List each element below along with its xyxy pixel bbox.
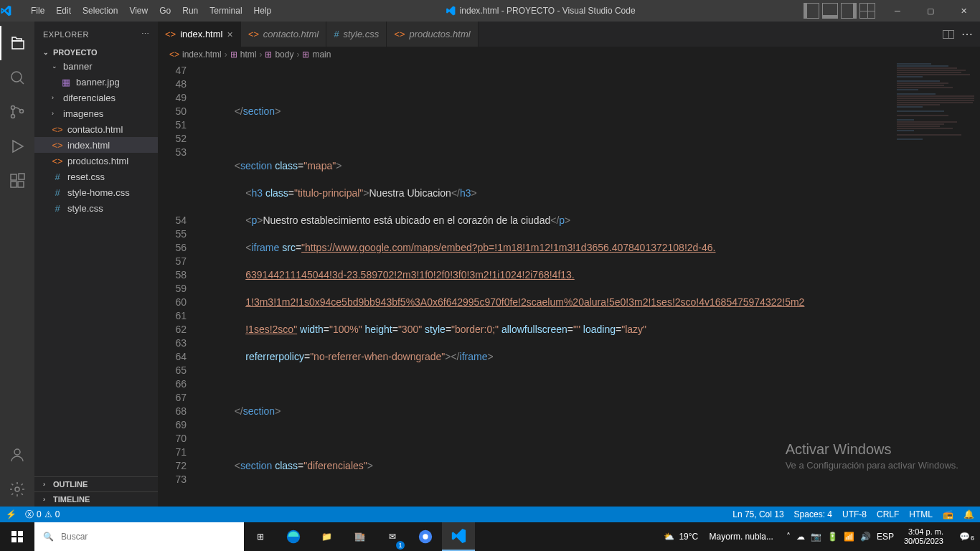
menu-view[interactable]: View	[123, 6, 154, 16]
editor-more-icon[interactable]: ⋯	[961, 27, 973, 41]
minimap[interactable]	[894, 62, 980, 507]
accounts-icon[interactable]	[0, 438, 34, 472]
language-mode[interactable]: HTML	[909, 509, 933, 519]
tab-index[interactable]: <>index.html×	[158, 22, 241, 47]
tab-style[interactable]: #style.css	[326, 22, 387, 47]
customize-layout-icon[interactable]	[859, 3, 875, 19]
taskbar-edge[interactable]	[277, 522, 310, 551]
window-title: index.html - PROYECTO - Visual Studio Co…	[277, 6, 804, 16]
notifications-icon[interactable]: 🔔	[963, 509, 974, 519]
menu-file[interactable]: File	[25, 6, 50, 16]
outline-section[interactable]: ›OUTLINE	[34, 476, 158, 491]
extensions-icon[interactable]	[0, 164, 34, 198]
file-banner-jpg[interactable]: ▦banner.jpg	[34, 74, 158, 90]
file-contacto[interactable]: <>contacto.html	[34, 121, 158, 137]
tab-productos[interactable]: <>productos.html	[387, 22, 478, 47]
folder-diferenciales[interactable]: ›diferenciales	[34, 90, 158, 105]
tray-wifi-icon[interactable]: 📶	[844, 532, 854, 542]
menu-go[interactable]: Go	[154, 6, 176, 16]
tray-battery-icon[interactable]: 🔋	[827, 532, 838, 542]
taskbar-search[interactable]: 🔍Buscar	[34, 522, 244, 551]
svg-rect-11	[18, 531, 23, 536]
menu-terminal[interactable]: Terminal	[204, 6, 248, 16]
tray-language[interactable]: ESP	[877, 532, 894, 542]
editor-tabs: <>index.html× <>contacto.html #style.css…	[158, 22, 980, 47]
svg-rect-6	[18, 182, 24, 187]
folder-banner[interactable]: ⌄banner	[34, 58, 158, 74]
close-button[interactable]: ✕	[947, 6, 980, 16]
code-area[interactable]: 4748495051525354555657585960616263646566…	[158, 62, 980, 507]
taskbar-chrome[interactable]	[409, 522, 442, 551]
minimize-button[interactable]: ─	[881, 6, 914, 16]
html-file-icon: <>	[52, 156, 63, 166]
folder-root[interactable]: ⌄PROYECTO	[34, 47, 158, 58]
taskbar-weather[interactable]: ⛅ 19°C Mayorm. nubla...	[656, 532, 781, 542]
tray-volume-icon[interactable]: 🔊	[860, 532, 871, 542]
tray-chevron-icon[interactable]: ˄	[786, 532, 791, 542]
svg-point-1	[11, 106, 15, 110]
window-controls: ─ ▢ ✕	[881, 6, 980, 16]
tray-meet-now-icon[interactable]: 📷	[811, 532, 821, 542]
status-bar: ⚡ ⓧ 0 ⚠ 0 Ln 75, Col 13 Spaces: 4 UTF-8 …	[0, 507, 980, 522]
activity-bar	[0, 22, 34, 507]
taskbar-clock[interactable]: 3:04 p. m.30/05/2023	[900, 527, 948, 546]
html-file-icon: <>	[169, 50, 179, 60]
eol[interactable]: CRLF	[877, 509, 899, 519]
tray-onedrive-icon[interactable]: ☁	[796, 532, 805, 542]
svg-rect-4	[11, 174, 17, 180]
feedback-icon[interactable]: 📻	[943, 509, 953, 519]
search-icon: 🔍	[43, 532, 54, 542]
vscode-logo-icon	[0, 5, 25, 17]
remote-indicator[interactable]: ⚡	[6, 509, 17, 519]
task-view-icon[interactable]: ⊞	[244, 522, 277, 551]
toggle-secondary-sidebar-icon[interactable]	[841, 3, 857, 19]
vscode-logo-small-icon	[446, 6, 456, 16]
menu-help[interactable]: Help	[248, 6, 278, 16]
file-style-css[interactable]: #style.css	[34, 200, 158, 216]
windows-taskbar: 🔍Buscar ⊞ 📁 🏬 ✉1 ⛅ 19°C Mayorm. nubla...…	[0, 522, 980, 551]
explorer-actions-icon[interactable]: ⋯	[141, 29, 150, 39]
taskbar-vscode[interactable]	[442, 522, 475, 551]
taskbar-store[interactable]: 🏬	[343, 522, 376, 551]
split-editor-icon[interactable]	[943, 30, 954, 39]
file-reset-css[interactable]: #reset.css	[34, 169, 158, 184]
file-productos[interactable]: <>productos.html	[34, 153, 158, 169]
taskbar-mail[interactable]: ✉1	[376, 522, 409, 551]
svg-point-16	[423, 534, 428, 539]
encoding[interactable]: UTF-8	[842, 509, 867, 519]
svg-point-0	[11, 72, 22, 82]
titlebar: File Edit Selection View Go Run Terminal…	[0, 0, 980, 22]
taskbar-file-explorer[interactable]: 📁	[310, 522, 343, 551]
breadcrumb[interactable]: <>index.html ›⊞html ›⊞body ›⊞main	[158, 47, 980, 62]
html-file-icon: <>	[52, 124, 63, 135]
indentation[interactable]: Spaces: 4	[794, 509, 832, 519]
toggle-primary-sidebar-icon[interactable]	[804, 3, 819, 19]
file-style-home-css[interactable]: #style-home.css	[34, 184, 158, 200]
svg-point-2	[11, 115, 15, 118]
search-icon[interactable]	[0, 60, 34, 95]
menu-run[interactable]: Run	[176, 6, 204, 16]
menu-selection[interactable]: Selection	[77, 6, 123, 16]
maximize-button[interactable]: ▢	[914, 6, 947, 16]
system-tray[interactable]: ˄ ☁ 📷 🔋 📶 🔊 ESP	[786, 532, 894, 542]
layout-controls	[804, 3, 875, 19]
start-button[interactable]	[0, 522, 34, 551]
settings-gear-icon[interactable]	[0, 472, 34, 507]
code-content[interactable]: </section> <section class="mapa"> <h3 cl…	[201, 62, 894, 507]
css-file-icon: #	[52, 171, 63, 182]
folder-imagenes[interactable]: ›imagenes	[34, 105, 158, 121]
toggle-panel-icon[interactable]	[822, 3, 838, 19]
cursor-position[interactable]: Ln 75, Col 13	[732, 509, 783, 519]
source-control-icon[interactable]	[0, 95, 34, 129]
tab-contacto[interactable]: <>contacto.html	[241, 22, 327, 47]
close-icon[interactable]: ×	[227, 29, 232, 40]
action-center-icon[interactable]: 💬6	[953, 532, 976, 542]
run-debug-icon[interactable]	[0, 129, 34, 164]
css-file-icon: #	[52, 187, 63, 198]
menu-edit[interactable]: Edit	[50, 6, 77, 16]
problems-indicator[interactable]: ⓧ 0 ⚠ 0	[25, 509, 60, 521]
timeline-section[interactable]: ›TIMELINE	[34, 491, 158, 507]
image-file-icon: ▦	[60, 77, 72, 88]
explorer-icon[interactable]	[0, 26, 34, 60]
file-index[interactable]: <>index.html	[34, 137, 158, 153]
